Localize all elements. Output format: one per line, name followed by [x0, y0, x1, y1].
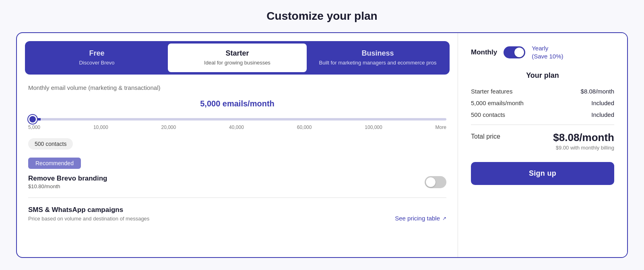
total-amount: $8.08/month $9.00 with monthly billing: [553, 131, 614, 151]
addon-price: $10.80/month: [28, 183, 107, 189]
sms-row: SMS & WhatsApp campaigns Price based on …: [28, 206, 446, 222]
branding-toggle[interactable]: [425, 176, 446, 188]
tab-business[interactable]: Business Built for marketing managers an…: [308, 44, 447, 72]
volume-value: 5,000 emails/month: [28, 99, 446, 108]
tab-starter[interactable]: Starter Ideal for growing businesses: [168, 44, 307, 72]
section-divider: [28, 197, 446, 198]
billing-toggle-row: Monthly Yearly (Save 10%): [471, 44, 614, 60]
yearly-label: Yearly (Save 10%): [532, 44, 563, 60]
plan-tabs: Free Discover Brevo Starter Ideal for gr…: [25, 41, 450, 75]
plan-line-contacts: 500 contacts Included: [471, 111, 614, 118]
volume-label: Monthly email volume (marketing & transa…: [28, 84, 446, 91]
plan-line-features: Starter features $8.08/month: [471, 88, 614, 95]
sub-price: $9.00 with monthly billing: [553, 145, 614, 151]
yearly-toggle[interactable]: [504, 46, 525, 58]
external-link-icon: ↗: [442, 216, 446, 221]
your-plan-title: Your plan: [471, 71, 614, 80]
see-pricing-link[interactable]: See pricing table ↗: [395, 215, 446, 222]
addon-row: Remove Brevo branding $10.80/month: [28, 174, 446, 189]
total-label: Total price: [471, 131, 500, 140]
monthly-label: Monthly: [471, 48, 497, 56]
left-content: Monthly email volume (marketing & transa…: [17, 75, 458, 231]
plan-line-emails: 5,000 emails/month Included: [471, 100, 614, 106]
yearly-toggle-thumb: [514, 48, 524, 57]
slider-labels: 5,000 10,000 20,000 40,000 60,000 100,00…: [28, 125, 446, 130]
left-panel: Free Discover Brevo Starter Ideal for gr…: [17, 33, 458, 257]
toggle-thumb: [426, 177, 436, 187]
contacts-badge: 500 contacts: [28, 138, 73, 150]
right-panel: Monthly Yearly (Save 10%) Your plan Star…: [458, 33, 627, 257]
main-price: $8.08/month: [553, 131, 614, 144]
recommended-badge: Recommended: [28, 158, 81, 169]
sms-section: SMS & WhatsApp campaigns Price based on …: [28, 206, 446, 222]
sms-title: SMS & WhatsApp campaigns: [28, 206, 149, 214]
sms-desc: Price based on volume and destination of…: [28, 216, 149, 222]
page-title: Customize your plan: [266, 10, 377, 23]
total-row: Total price $8.08/month $9.00 with month…: [471, 131, 614, 151]
signup-button[interactable]: Sign up: [471, 162, 614, 185]
tab-free[interactable]: Free Discover Brevo: [27, 44, 166, 72]
slider-container: 5,000 10,000 20,000 40,000 60,000 100,00…: [28, 115, 446, 130]
volume-slider[interactable]: [28, 118, 446, 120]
plan-divider: [471, 125, 614, 125]
main-card: Free Discover Brevo Starter Ideal for gr…: [16, 32, 628, 258]
addon-info: Remove Brevo branding $10.80/month: [28, 174, 107, 189]
addon-section: Recommended Remove Brevo branding $10.80…: [28, 158, 446, 189]
sms-info: SMS & WhatsApp campaigns Price based on …: [28, 206, 149, 222]
addon-name: Remove Brevo branding: [28, 174, 107, 183]
